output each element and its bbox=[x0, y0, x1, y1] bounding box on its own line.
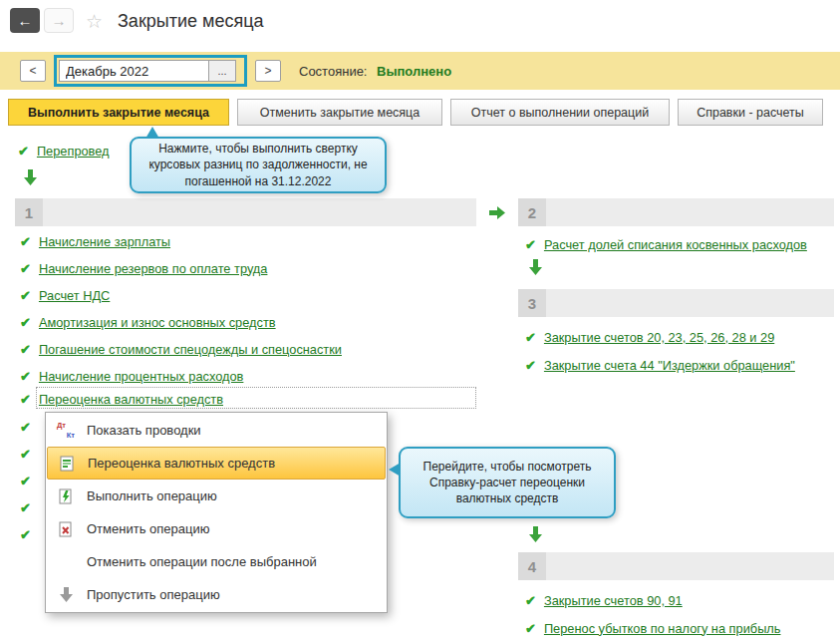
operation-link[interactable]: Амортизация и износ основных средств bbox=[39, 315, 276, 330]
month-closing-window: ← → ☆ Закрытие месяца < ... > Состояние:… bbox=[0, 0, 840, 644]
previous-period-button[interactable]: < bbox=[20, 60, 46, 82]
dtkt-postings-icon: ДтКт bbox=[56, 422, 76, 440]
state-label: Состояние: bbox=[299, 64, 367, 79]
group-number: 3 bbox=[518, 289, 546, 317]
period-picker-button[interactable]: ... bbox=[208, 60, 236, 82]
flow-right-arrow-icon bbox=[489, 205, 505, 223]
menu-item-label: Переоценка валютных средств bbox=[88, 456, 275, 471]
reperform-documents-row[interactable]: ✔ Перепровед bbox=[18, 141, 110, 161]
operation-row[interactable]: ✔ Погашение стоимости спецодежды и спецо… bbox=[20, 339, 342, 359]
operation-row[interactable]: ✔ Закрытие счетов 20, 23, 25, 26, 28 и 2… bbox=[525, 327, 774, 347]
group-number: 2 bbox=[518, 198, 546, 226]
group-header-3: 3 bbox=[518, 289, 834, 317]
operation-link[interactable]: Перенос убытков по налогу на прибыль bbox=[544, 621, 781, 636]
tooltip-pointer bbox=[145, 127, 159, 139]
cancel-operation-icon bbox=[56, 520, 76, 538]
operation-row[interactable]: ✔ Расчет долей списания косвенных расход… bbox=[525, 234, 807, 254]
period-input[interactable] bbox=[59, 60, 208, 82]
menu-item-cancel-operations-after[interactable]: Отменить операции после выбранной bbox=[47, 545, 386, 578]
next-period-button[interactable]: > bbox=[255, 60, 281, 82]
check-icon: ✔ bbox=[20, 343, 31, 356]
check-icon: ✔ bbox=[20, 316, 31, 329]
operation-link[interactable]: Переоценка валютных средств bbox=[39, 392, 223, 407]
group-header-2: 2 bbox=[518, 198, 834, 226]
menu-item-skip-operation[interactable]: Пропустить операцию bbox=[47, 578, 386, 611]
menu-item-label: Отменить операцию bbox=[87, 521, 209, 536]
check-icon: ✔ bbox=[18, 145, 29, 158]
tooltip-text: Перейдите, чтобы посмотреть Справку-расч… bbox=[411, 459, 604, 507]
group-header-1: 1 bbox=[15, 198, 476, 226]
check-icon: ✔ bbox=[20, 447, 31, 462]
period-band: < ... > Состояние: Выполнено bbox=[0, 52, 840, 90]
check-icon: ✔ bbox=[525, 359, 536, 372]
operation-row[interactable]: ✔ Закрытие счета 44 "Издержки обращения" bbox=[525, 355, 795, 375]
check-icon: ✔ bbox=[20, 474, 31, 488]
operations-report-button[interactable]: Отчет о выполнении операций bbox=[450, 99, 670, 126]
operation-link[interactable]: Начисление процентных расходов bbox=[39, 369, 243, 384]
operation-link[interactable]: Начисление зарплаты bbox=[39, 234, 170, 249]
operation-row[interactable]: ✔ Начисление резервов по оплате труда bbox=[20, 258, 267, 278]
check-icon: ✔ bbox=[20, 393, 31, 406]
perform-closing-button[interactable]: Выполнить закрытие месяца bbox=[8, 99, 229, 126]
check-icon: ✔ bbox=[20, 262, 31, 275]
menu-item-label: Показать проводки bbox=[87, 423, 201, 438]
page-title: Закрытие месяца bbox=[118, 11, 263, 32]
check-icon: ✔ bbox=[525, 622, 536, 635]
favorite-star-icon[interactable]: ☆ bbox=[86, 10, 103, 33]
titlebar: ← → ☆ Закрытие месяца bbox=[0, 0, 840, 46]
check-icon: ✔ bbox=[525, 331, 536, 344]
check-icon: ✔ bbox=[20, 420, 31, 435]
operation-link[interactable]: Закрытие счетов 90, 91 bbox=[544, 593, 683, 608]
flow-down-arrow-icon bbox=[529, 526, 542, 546]
reperform-documents-link[interactable]: Перепровед bbox=[37, 144, 110, 159]
operation-row[interactable]: ✔ Начисление зарплаты bbox=[20, 231, 170, 251]
certificates-button[interactable]: Справки - расчеты bbox=[678, 99, 823, 126]
operation-row[interactable]: ✔ Начисление процентных расходов bbox=[20, 366, 243, 386]
operation-link[interactable]: Закрытие счета 44 "Издержки обращения" bbox=[544, 358, 795, 373]
operation-row[interactable]: ✔ Расчет НДС bbox=[20, 285, 110, 305]
operation-row[interactable]: ✔ Амортизация и износ основных средств bbox=[20, 312, 276, 332]
cancel-closing-button[interactable]: Отменить закрытие месяца bbox=[237, 99, 442, 126]
tooltip-pointer bbox=[389, 463, 401, 477]
menu-item-show-postings[interactable]: ДтКт Показать проводки bbox=[47, 414, 386, 447]
perform-operation-icon bbox=[56, 487, 76, 505]
group-number: 4 bbox=[518, 552, 546, 580]
operation-row[interactable]: ✔ Закрытие счетов 90, 91 bbox=[525, 590, 683, 610]
tooltip-period-hint: Нажмите, чтобы выполнить свертку курсовы… bbox=[130, 137, 387, 193]
check-icon: ✔ bbox=[20, 370, 31, 383]
flow-down-arrow-icon bbox=[529, 259, 542, 279]
back-button[interactable]: ← bbox=[10, 8, 40, 33]
group-number: 1 bbox=[15, 198, 43, 226]
menu-item-perform-operation[interactable]: Выполнить операцию bbox=[47, 480, 386, 512]
check-icon: ✔ bbox=[20, 235, 31, 248]
menu-item-label: Пропустить операцию bbox=[87, 587, 220, 602]
skip-operation-arrow-icon bbox=[56, 586, 76, 604]
state-value: Выполнено bbox=[377, 64, 451, 79]
operation-link[interactable]: Погашение стоимости спецодежды и спецосн… bbox=[39, 342, 342, 357]
operation-row[interactable]: ✔ Перенос убытков по налогу на прибыль bbox=[525, 618, 780, 638]
forward-button[interactable]: → bbox=[44, 8, 74, 33]
context-menu: ДтКт Показать проводки Переоценка валютн… bbox=[45, 412, 388, 613]
check-icon: ✔ bbox=[525, 594, 536, 607]
menu-item-label: Отменить операции после выбранной bbox=[87, 554, 317, 569]
check-icon: ✔ bbox=[20, 500, 31, 515]
check-icon: ✔ bbox=[525, 238, 536, 251]
report-icon bbox=[57, 455, 77, 473]
check-icon: ✔ bbox=[20, 289, 31, 302]
operation-row-selected[interactable]: ✔ Переоценка валютных средств bbox=[20, 389, 223, 409]
operation-link[interactable]: Расчет НДС bbox=[39, 288, 110, 303]
tooltip-text: Нажмите, чтобы выполнить свертку курсовы… bbox=[141, 141, 375, 189]
menu-item-label: Выполнить операцию bbox=[87, 488, 217, 503]
period-highlight-box: ... bbox=[54, 55, 247, 87]
menu-item-currency-revaluation[interactable]: Переоценка валютных средств bbox=[47, 447, 386, 480]
group-header-4: 4 bbox=[518, 552, 834, 580]
operation-link[interactable]: Расчет долей списания косвенных расходов bbox=[544, 237, 807, 252]
menu-item-cancel-operation[interactable]: Отменить операцию bbox=[47, 512, 386, 545]
flow-down-arrow-icon bbox=[24, 169, 37, 189]
operation-link[interactable]: Начисление резервов по оплате труда bbox=[39, 261, 268, 276]
empty-icon-slot bbox=[56, 553, 76, 571]
tooltip-menu-hint: Перейдите, чтобы посмотреть Справку-расч… bbox=[399, 447, 616, 518]
check-icon: ✔ bbox=[20, 527, 31, 542]
operation-link[interactable]: Закрытие счетов 20, 23, 25, 26, 28 и 29 bbox=[544, 330, 774, 345]
